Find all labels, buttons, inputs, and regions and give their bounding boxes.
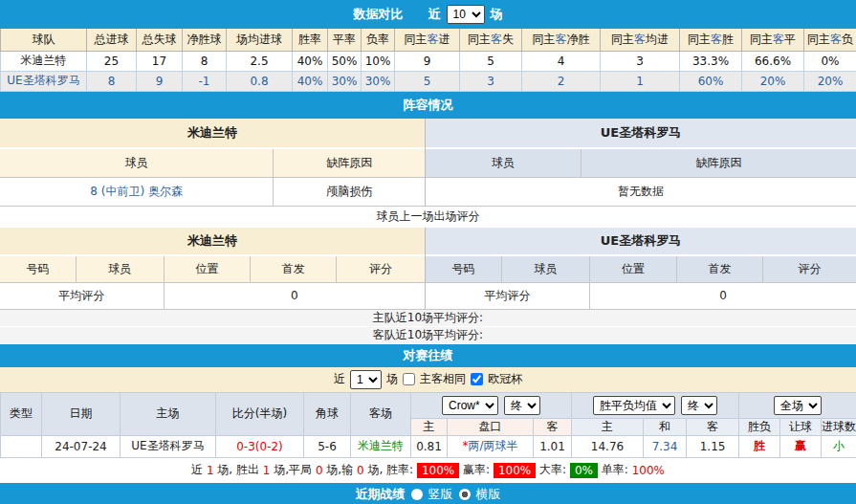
stats-column-header: 球队 (1, 29, 87, 51)
rating-column-header: 位置 (590, 256, 677, 283)
stats-cell: 9 (137, 71, 183, 91)
h2h-sub-avg-home: 主 (572, 418, 644, 435)
horizontal-layout-radio[interactable] (459, 489, 471, 500)
average-rating-value: 0 (590, 283, 856, 310)
average-rating-value: 0 (165, 283, 425, 310)
summary-segment: 场, 胜率: (364, 462, 417, 478)
average-rating-label: 平均评分 (0, 283, 165, 310)
rating-column-header: 球员 (77, 256, 165, 283)
lineup-player-column-header: 球员 (0, 149, 274, 178)
match-away-team[interactable]: 米迪兰特 (351, 435, 411, 457)
result-handicap: 赢 (780, 435, 822, 457)
lineup-home-panel: 米迪兰特 球员 缺阵原因 8 (中前卫) 奥尔森颅脑损伤 (0, 119, 426, 207)
stats-column-header: 同主客进 (395, 29, 460, 51)
rating-home-panel: 米迪兰特 号码球员位置首发评分 平均评分 0 (0, 228, 426, 310)
stats-cell: 25 (87, 51, 137, 71)
bookmaker-select[interactable]: Crow* (442, 396, 498, 415)
summary-segment: 近 (191, 462, 207, 478)
stats-cell: UE圣塔科罗马 (1, 71, 87, 91)
vertical-layout-radio[interactable] (411, 489, 423, 500)
rating-home-column-headers: 号码球员位置首发评分 (0, 256, 425, 283)
stats-cell: 0% (804, 51, 856, 71)
lineup-away-panel: UE圣塔科罗马 球员 缺阵原因 暂无数据 (426, 119, 856, 207)
lineup-title: 阵容情况 (404, 97, 453, 114)
h2h-average-group: 胜平负均值 终 (572, 392, 739, 418)
home-odds-value: 0.81 (411, 435, 448, 457)
summary-segment: 赢率: (459, 462, 494, 478)
result-goals: 小 (822, 435, 856, 457)
period-select[interactable]: 全场 (774, 396, 822, 415)
h2h-sub-away-odds: 客 (534, 418, 572, 435)
h2h-col-score: 比分(半场) (216, 392, 304, 435)
match-score: 0-3(0-2) (216, 435, 304, 457)
lineup-absence-reason: 颅脑损伤 (274, 178, 425, 207)
stats-cell: 2 (522, 71, 601, 91)
vertical-layout-label: 竖版 (428, 486, 453, 503)
lineup-away-empty-row: 暂无数据 (426, 178, 856, 207)
average-stage-select[interactable]: 终 (681, 396, 717, 415)
near-label: 近 (334, 371, 345, 387)
avg-home-value: 14.76 (572, 435, 644, 457)
odds-stage-select[interactable]: 终 (504, 396, 540, 415)
stats-cell: 20% (742, 71, 804, 91)
h2h-table: 类型 日期 主场 比分(半场) 角球 客场 Crow* 终 胜平负均值 终 全场… (0, 392, 856, 458)
h2h-sub-avg-draw: 和 (644, 418, 687, 435)
stats-cell: 66.6% (742, 51, 804, 71)
lineup-home-rows: 8 (中前卫) 奥尔森颅脑损伤 (0, 178, 425, 207)
stats-cell: 4 (522, 51, 601, 71)
stats-cell: 9 (395, 51, 460, 71)
match-type-badge: 欧冠杯 (1, 435, 42, 457)
h2h-data-row: 欧冠杯 24-07-24 UE圣塔科罗马 0-3(0-2) 5-6 米迪兰特 0… (1, 435, 856, 457)
stats-column-header: 同主客负 (804, 29, 856, 51)
stats-row: 米迪兰特251782.540%50%10%954333.3%66.6%0% (1, 51, 856, 71)
stats-column-header: 同主客净胜 (522, 29, 601, 51)
stats-cell: 10% (362, 51, 395, 71)
h2h-summary-line: 近 1 场, 胜出 1 场,平局 0 场,输 0 场, 胜率: 100% 赢率:… (0, 458, 856, 483)
h2h-header-bar: 对赛往绩 (0, 344, 856, 367)
rating-column-header: 球员 (502, 256, 590, 283)
stats-row: UE圣塔科罗马89-10.840%30%30%532160%20%20% (1, 71, 856, 91)
summary-segment: 0 (316, 464, 323, 477)
stats-header-row: 球队总进球总失球净胜球场均进球胜率平率负率同主客进同主客失同主客净胜同主客均进同… (1, 29, 856, 51)
stats-column-header: 同主客失 (460, 29, 522, 51)
h2h-sub-goals: 进球数 (822, 418, 856, 435)
stats-cell: 0.8 (227, 71, 293, 91)
same-venue-checkbox[interactable] (403, 373, 415, 385)
stats-cell: 米迪兰特 (1, 51, 87, 71)
lineup-home-row: 8 (中前卫) 奥尔森颅脑损伤 (0, 178, 425, 207)
h2h-col-type: 类型 (1, 392, 42, 435)
summary-segment: 场,输 (323, 462, 357, 478)
stats-column-header: 净胜球 (183, 29, 227, 51)
stats-compare-table: 球队总进球总失球净胜球场均进球胜率平率负率同主客进同主客失同主客净胜同主客均进同… (0, 29, 856, 92)
average-type-select[interactable]: 胜平负均值 (593, 396, 675, 415)
rating-home-average-row: 平均评分 0 (0, 283, 425, 310)
rating-away-average-row: 平均评分 0 (426, 283, 856, 310)
rating-column-header: 首发 (251, 256, 337, 283)
stats-cell: 40% (293, 71, 328, 91)
lineup-reason-column-header: 缺阵原因 (582, 149, 856, 178)
stats-column-header: 同主客胜 (680, 29, 742, 51)
stats-cell: 33.3% (680, 51, 742, 71)
rating-away-column-headers: 号码球员位置首发评分 (426, 256, 856, 283)
stats-cell: 50% (328, 51, 362, 71)
recent-results-title: 近期战绩 (356, 486, 406, 503)
same-venue-label: 主客相同 (420, 371, 466, 387)
stats-cell: 60% (680, 71, 742, 91)
stats-cell: 2.5 (227, 51, 293, 71)
stats-column-header: 负率 (362, 29, 395, 51)
lineup-player-link[interactable]: 8 (中前卫) 奥尔森 (0, 178, 274, 207)
champions-cup-checkbox[interactable] (471, 373, 483, 385)
match-home-team[interactable]: UE圣塔科罗马 (121, 435, 216, 457)
recent-matches-select[interactable]: 10 (447, 5, 485, 24)
summary-segment: 场, 胜出 (214, 462, 263, 478)
data-compare-title: 数据对比 (354, 6, 404, 23)
summary-segment: 0 (357, 464, 364, 477)
summary-segment: 100% (632, 464, 665, 477)
handicap-value: *两/两球半 (448, 435, 534, 457)
stats-cell: 17 (137, 51, 183, 71)
h2h-col-home: 主场 (121, 392, 216, 435)
rating-note: 球员上一场出场评分 (0, 207, 856, 228)
h2h-recent-select[interactable]: 1 (350, 370, 382, 389)
stats-column-header: 总失球 (137, 29, 183, 51)
h2h-col-date: 日期 (42, 392, 121, 435)
